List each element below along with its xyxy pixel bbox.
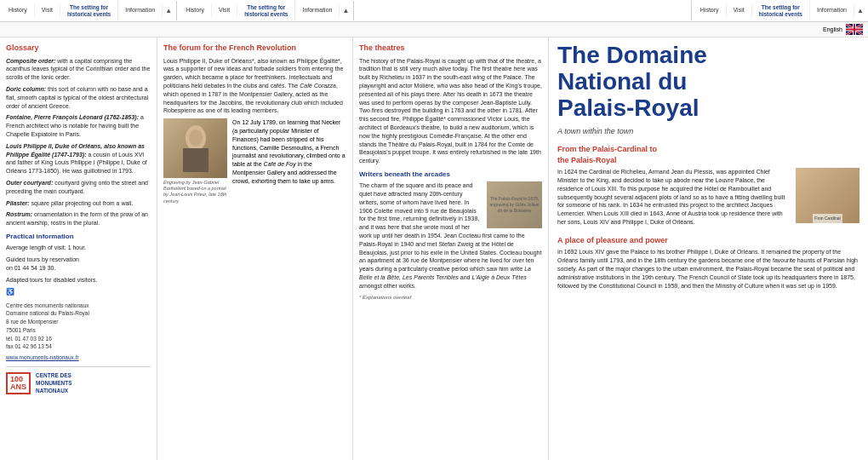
svg-rect-10: [183, 148, 208, 172]
city: 75001 Paris: [6, 326, 151, 335]
term-outer: Outer courtyard:: [6, 180, 53, 186]
svg-rect-8: [846, 29, 863, 31]
main-title: The DomaineNational duPalais-Royal: [557, 43, 859, 121]
theatres-body: The history of the Palais-Royal is caugh…: [359, 57, 542, 165]
nav-info-2[interactable]: Information: [295, 3, 340, 17]
forum-engraving-image: [163, 118, 227, 178]
website-link[interactable]: www.monuments-nationaux.fr: [6, 354, 151, 361]
nav-setting-1[interactable]: The setting forhistorical events: [60, 1, 118, 21]
uk-flag-icon: [846, 24, 863, 35]
address-block: Centre des monuments nationaux Domaine n…: [6, 302, 151, 352]
fax: fax 01 42 96 13 54: [6, 342, 151, 351]
nav-arrow-3: ▲: [854, 7, 866, 14]
glossary-entry-outer: Outer courtyard: courtyard giving onto t…: [6, 179, 151, 196]
right-panel: The DomaineNational duPalais-Royal A tow…: [549, 37, 868, 460]
nav-arrow-2: ▲: [340, 7, 351, 14]
practical-disabled: Adapted tours for disabled visitors.: [6, 276, 151, 285]
main-subtitle: A town within the town: [557, 126, 859, 137]
term-rostrum: Rostrum:: [6, 211, 32, 217]
street: 8 rue de Montpensier: [6, 318, 151, 326]
forum-image-section: Engraving by Jean-Gabriel Barthélémi bas…: [163, 118, 346, 204]
writers-image: The Palais-Royal in 1679, engraving by G…: [487, 181, 542, 228]
pleasure-body: In 1692 Louis XIV gave the Palace to his…: [557, 248, 859, 290]
writers-section: The Palais-Royal in 1679, engraving by G…: [359, 181, 542, 290]
glossary-entry-rostrum: Rostrum: ornamentation in the form of th…: [6, 210, 151, 227]
term-fontaine: Fontaine, Pierre François Léonard (1762-…: [6, 114, 139, 120]
theatres-title: The theatres: [359, 43, 542, 54]
glossary-entry-fontaine: Fontaine, Pierre François Léonard (1762-…: [6, 113, 151, 138]
language-label: English: [823, 26, 842, 32]
nav-info-3[interactable]: Information: [810, 3, 854, 17]
writers-title: Writers beneath the arcades: [359, 170, 542, 179]
def-pilaster: square pillar projecting out from a wall…: [31, 200, 134, 206]
logo-100-ans: 100ANS: [6, 372, 31, 394]
glossary-title: Glossary: [6, 43, 151, 54]
glossary-entry-louis-philippe: Louis Philippe II, Duke of Orléans, also…: [6, 142, 151, 175]
svg-point-11: [189, 129, 203, 147]
term-pilaster: Pilaster:: [6, 200, 30, 206]
nav-info-1[interactable]: Information: [118, 3, 163, 17]
cardinal-image: Fron Cardinal: [796, 168, 859, 223]
logo-area: 100ANS CENTRE DESMONUMENTSNATIONAUX: [6, 366, 151, 394]
nav-visit-1[interactable]: Visit: [35, 3, 60, 17]
forum-image-caption: Engraving by Jean-Gabriel Barthélémi bas…: [163, 180, 227, 204]
forum-title: The forum for the French Revolution: [163, 43, 346, 54]
cardinal-section: Fron Cardinal In 1624 the Cardinal de Ri…: [557, 168, 859, 230]
theatres-panel: The theatres The history of the Palais-R…: [353, 37, 549, 460]
phone: tél. 01 47 03 92 16: [6, 335, 151, 343]
nav-setting-2[interactable]: The setting forhistorical events: [237, 1, 295, 21]
practical-visit: Average length of visit: 1 hour.: [6, 244, 151, 252]
portrait-illustration: [174, 123, 217, 174]
venue-name: Domaine national du Palais-Royal: [6, 309, 151, 318]
pleasure-section-title: A place of pleasure and power: [557, 235, 859, 246]
practical-title: Practical information: [6, 232, 151, 241]
nav-arrow-1: ▲: [163, 7, 174, 14]
logo-text: CENTRE DESMONUMENTSNATIONAUX: [36, 371, 72, 394]
nav-history-2[interactable]: History: [179, 3, 212, 17]
cardinal-image-caption: Fron Cardinal: [813, 214, 842, 223]
nav-history-1[interactable]: History: [2, 3, 35, 17]
glossary-entry-composite: Composite order: with a capital comprisi…: [6, 57, 151, 82]
term-doric: Doric column:: [6, 86, 46, 92]
cardinal-section-title: From the Palais-Cardinal tothe Palais-Ro…: [557, 144, 859, 165]
nav-visit-2[interactable]: Visit: [212, 3, 237, 17]
forum-body2: On 12 July 1789, on learning that Necker…: [232, 118, 346, 204]
glossary-entry-pilaster: Pilaster: square pillar projecting out f…: [6, 199, 151, 208]
term-composite: Composite order:: [6, 58, 55, 64]
org-name: Centre des monuments nationaux: [6, 302, 151, 310]
glossary-panel: Glossary Composite order: with a capital…: [0, 37, 157, 460]
forum-body1: Louis Philippe II, Duke of Orléans*, als…: [163, 57, 346, 116]
nav-history-3[interactable]: History: [694, 3, 727, 17]
practical-guided: Guided tours by reservationon 01 44 54 1…: [6, 256, 151, 273]
nav-visit-3[interactable]: Visit: [727, 3, 752, 17]
wheelchair-icon: ♿: [6, 287, 151, 296]
nav-setting-3[interactable]: The setting forhistorical events: [752, 1, 810, 21]
writers-image-caption: The Palais-Royal in 1679, engraving by G…: [487, 194, 542, 216]
glossary-entry-doric: Doric column: this sort of column with n…: [6, 85, 151, 110]
forum-panel: The forum for the French Revolution Loui…: [157, 37, 353, 460]
footnote: * Explanations overleaf: [359, 294, 542, 301]
